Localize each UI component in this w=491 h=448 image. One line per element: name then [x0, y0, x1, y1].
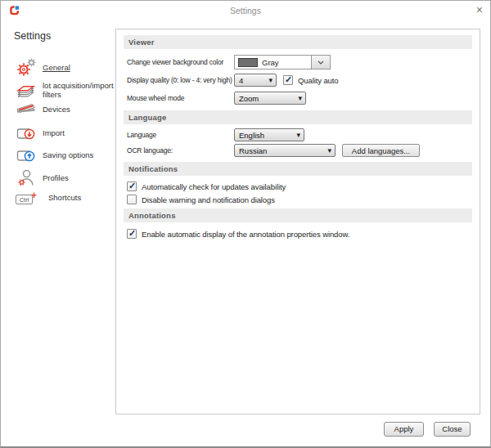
viewer-bg-color-select[interactable]: Gray [234, 55, 331, 69]
section-header-viewer: Viewer [124, 35, 472, 49]
import-arrow-icon [16, 123, 37, 144]
display-quality-select[interactable]: 4 [234, 74, 277, 87]
quality-auto-label: Quality auto [298, 76, 339, 85]
settings-window: Settings × Settings General [0, 0, 491, 448]
annotation-display-label: Enable automatic display of the annotati… [142, 230, 349, 239]
sidebar-item-label: Shortcuts [48, 193, 120, 202]
annotation-display-row: Enable automatic display of the annotati… [127, 228, 472, 240]
ocr-language-label: OCR language: [127, 146, 227, 155]
display-quality-row: Display quality (0: low - 4: very high) … [127, 74, 472, 87]
save-arrow-icon [16, 145, 37, 166]
mouse-wheel-label: Mouse wheel mode [127, 94, 227, 102]
quality-auto-group: Quality auto [283, 75, 339, 85]
updates-check-row: Automatically check for updates availabi… [127, 181, 472, 192]
disable-dialogs-checkbox[interactable] [127, 195, 137, 204]
annotation-display-checkbox[interactable] [127, 229, 137, 239]
scanner-icon [16, 99, 37, 120]
plus-icon: + [31, 190, 37, 201]
sidebar-item-label: Devices [43, 105, 115, 114]
close-icon[interactable]: × [476, 4, 483, 16]
color-swatch [238, 58, 258, 67]
settings-panel: Viewer Change viewer background color Gr… [115, 29, 480, 414]
check-updates-label: Automatically check for updates availabi… [142, 182, 286, 191]
language-row: Language English [127, 128, 472, 141]
chevron-down-icon[interactable] [311, 56, 330, 69]
sidebar-item-label: Saving options [43, 150, 115, 159]
mouse-wheel-select[interactable]: Zoom [234, 92, 306, 105]
viewer-bg-color-label: Change viewer background color [127, 58, 227, 66]
language-label: Language [127, 131, 227, 139]
apply-button[interactable]: Apply [384, 422, 424, 437]
sidebar-item-label: lot acquisition/import filters [43, 81, 115, 100]
viewer-bg-color-value: Gray [262, 58, 311, 67]
language-select[interactable]: English [234, 128, 304, 141]
viewer-bg-color-row: Change viewer background color Gray [127, 55, 472, 69]
check-updates-checkbox[interactable] [127, 181, 137, 191]
sidebar-item-import[interactable]: Import [16, 123, 115, 144]
titlebar[interactable]: Settings × [1, 1, 490, 20]
sidebar-item-saving-options[interactable]: Saving options [16, 145, 115, 166]
user-gear-icon [16, 168, 37, 189]
ocr-language-row: OCR language: Russian Add languages... [127, 144, 472, 157]
sidebar-item-label: Profiles [43, 173, 115, 182]
sidebar-item-devices[interactable]: Devices [16, 99, 115, 120]
sidebar-item-shortcuts[interactable]: Ctrl+ Shortcuts [16, 190, 120, 205]
sidebar-item-label: Import [43, 128, 115, 137]
ctrl-key-icon: Ctrl+ [16, 190, 43, 205]
gears-icon [16, 57, 37, 78]
display-quality-label: Display quality (0: low - 4: very high) [127, 76, 227, 84]
sidebar-item-profiles[interactable]: Profiles [16, 168, 115, 189]
disable-dialogs-row: Disable warning and notification dialogs [127, 194, 472, 205]
disable-dialogs-label: Disable warning and notification dialogs [142, 195, 275, 204]
window-title: Settings [1, 6, 490, 16]
close-button[interactable]: Close [434, 422, 471, 437]
paper-stack-icon [16, 79, 37, 101]
quality-auto-checkbox[interactable] [283, 75, 293, 85]
add-languages-button[interactable]: Add languages... [342, 144, 420, 157]
ctrl-key-label: Ctrl [16, 195, 33, 204]
section-header-notifications: Notifications [124, 162, 472, 176]
section-header-language: Language [124, 110, 472, 124]
sidebar-item-acquisition-filters[interactable]: lot acquisition/import filters [16, 79, 115, 101]
ocr-language-select[interactable]: Russian [234, 144, 336, 157]
sidebar-item-general[interactable]: General [16, 57, 115, 78]
sidebar-title: Settings [14, 30, 51, 42]
section-header-annotations: Annotations [124, 208, 472, 222]
sidebar-item-label: General [43, 63, 115, 72]
mouse-wheel-row: Mouse wheel mode Zoom [127, 92, 472, 105]
